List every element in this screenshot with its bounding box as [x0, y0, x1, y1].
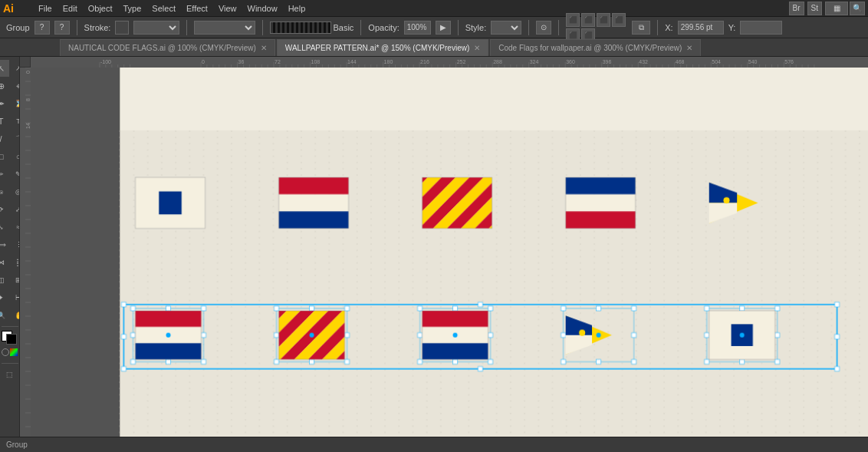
artboard-tool[interactable]: ⬚ — [2, 366, 18, 383]
menu-help[interactable]: Help — [284, 2, 311, 15]
menu-select[interactable]: Select — [147, 2, 180, 15]
transform-btn[interactable]: ⧉ — [632, 21, 650, 35]
eraser-tool[interactable]: ◎ — [10, 183, 20, 200]
tool-separator — [2, 326, 18, 327]
type-tool[interactable]: T — [0, 113, 9, 130]
eyedropper-tools: ✦ ⊢ — [0, 289, 20, 306]
top-ruler — [31, 57, 868, 68]
brush-tools: ✏ ✎ — [0, 166, 20, 183]
curvature-tool[interactable]: ⌛ — [10, 95, 20, 112]
rotate-tools: ⟳ ⤢ — [0, 201, 20, 218]
rect-tool[interactable]: □ — [0, 148, 9, 165]
menu-bar: Ai File Edit Object Type Select Effect V… — [0, 0, 868, 17]
y-input[interactable] — [740, 21, 782, 35]
pen-tools: ✒ ⌛ — [0, 95, 20, 112]
brush-style[interactable] — [194, 21, 255, 35]
separator8 — [657, 20, 658, 35]
paintbrush-tool[interactable]: ✏ — [0, 166, 9, 183]
pen-tool[interactable]: ✒ — [0, 95, 9, 112]
hand-tool[interactable]: ✋ — [10, 307, 20, 324]
tab-close-nautical[interactable]: ✕ — [261, 44, 267, 52]
direct-select-tool[interactable]: ↗ — [10, 60, 20, 77]
scale-tool[interactable]: ⤡ — [0, 219, 9, 236]
line-tool[interactable]: / — [0, 130, 9, 147]
width-tool[interactable]: ⟺ — [0, 236, 9, 253]
tool-separator2 — [2, 363, 18, 364]
stroke-color[interactable] — [115, 21, 129, 35]
workspace-switcher[interactable]: ▦ — [825, 2, 848, 15]
mesh-tool[interactable]: ⊞ — [10, 272, 20, 289]
status-bar: Group — [0, 437, 868, 452]
menu-file[interactable]: File — [34, 2, 57, 15]
separator7 — [558, 20, 559, 35]
document-tabs: NAUTICAL CODE FLAGS.ai @ 100% (CMYK/Prev… — [0, 38, 868, 57]
control-bar: Group ? ? Stroke: Basic Opacity: ▶ Style… — [0, 17, 868, 38]
tab-nautical[interactable]: NAUTICAL CODE FLAGS.ai @ 100% (CMYK/Prev… — [60, 39, 275, 56]
line-tools: / ⌒ — [0, 130, 20, 147]
x-input[interactable] — [678, 21, 724, 35]
opacity-arrow[interactable]: ▶ — [436, 21, 451, 35]
stroke-weight[interactable] — [133, 21, 179, 35]
group-options-btn[interactable]: ? — [54, 21, 70, 35]
artboard-area[interactable] — [31, 68, 868, 452]
basic-label: Basic — [333, 23, 353, 32]
stroke-label: Stroke: — [84, 23, 111, 32]
bridge-button[interactable]: Br — [789, 2, 804, 15]
menu-edit[interactable]: Edit — [58, 2, 82, 15]
align-btn2[interactable]: ⬛ — [581, 13, 595, 27]
opacity-input[interactable] — [404, 21, 431, 35]
align-btn3[interactable]: ⬛ — [597, 13, 610, 27]
none-color-btn[interactable] — [2, 348, 9, 356]
rotate-tool[interactable]: ⟳ — [0, 201, 9, 218]
tab-close-wallpaper[interactable]: ✕ — [474, 44, 480, 52]
status-group-label: Group — [6, 440, 28, 449]
magic-wand-tool[interactable]: ⊕ — [0, 78, 9, 94]
tab-close-codeflags[interactable]: ✕ — [686, 44, 692, 52]
selection-tool[interactable]: ↖ — [0, 60, 9, 77]
tab-wallpaper[interactable]: WALLPAPER PATTERN.ai* @ 150% (CMYK/Previ… — [277, 39, 488, 56]
lasso-tool[interactable]: ⌖ — [10, 78, 20, 94]
zoom-tools: 🔍 ✋ — [0, 307, 20, 324]
zoom-tool[interactable]: 🔍 — [0, 307, 9, 324]
color-boxes — [2, 331, 18, 346]
stroke-dash-pattern[interactable] — [270, 21, 331, 34]
menu-view[interactable]: View — [214, 2, 242, 15]
warp-tool[interactable]: ≈ — [10, 219, 20, 236]
main-area: ↖ ↗ ⊕ ⌖ ✒ ⌛ T T / ⌒ □ ○ ✏ ✎ ⍟ ◎ — [0, 57, 868, 452]
menu-effect[interactable]: Effect — [182, 2, 212, 15]
tab-codeflags[interactable]: Code Flags for wallpaper.ai @ 300% (CMYK… — [490, 39, 701, 56]
fill-color-box[interactable] — [6, 334, 17, 345]
shaper-tools: ⍟ ◎ — [0, 183, 20, 200]
reflect-tool[interactable]: ⤢ — [10, 201, 20, 218]
vtype-tool[interactable]: T — [10, 113, 20, 130]
pencil-tool[interactable]: ✎ — [10, 166, 20, 183]
menu-type[interactable]: Type — [119, 2, 146, 15]
measure-tool[interactable]: ⊢ — [10, 289, 20, 306]
gradient-tool[interactable]: ◫ — [0, 272, 9, 289]
blend-tool[interactable]: ⋈ — [0, 254, 9, 271]
selection-tools: ↖ ↗ — [0, 60, 20, 77]
ellipse-tool[interactable]: ○ — [10, 148, 20, 165]
app-logo: Ai — [3, 2, 26, 15]
align-btn4[interactable]: ⬛ — [612, 13, 626, 27]
style-select[interactable] — [491, 21, 521, 35]
separator6 — [528, 20, 529, 35]
recolor-btn[interactable]: ⊙ — [536, 21, 551, 35]
separator4 — [360, 20, 361, 35]
content-row — [20, 68, 868, 452]
eyedropper-tool[interactable]: ✦ — [0, 289, 9, 306]
menu-object[interactable]: Object — [84, 2, 117, 15]
gradient-color-btn[interactable] — [10, 348, 18, 356]
isolate-group-btn[interactable]: ? — [35, 21, 50, 35]
text-tools: T T — [0, 113, 20, 130]
column-tool[interactable]: ⣿ — [10, 254, 20, 271]
menu-window[interactable]: Window — [243, 2, 282, 15]
shaper-tool[interactable]: ⍟ — [0, 183, 9, 200]
arc-tool[interactable]: ⌒ — [10, 130, 20, 147]
puppet-tool[interactable]: ⋮ — [10, 236, 20, 253]
stock-button[interactable]: St — [807, 2, 822, 15]
ruler-corner — [20, 57, 31, 68]
magic-lasso-tools: ⊕ ⌖ — [0, 78, 20, 94]
search-button[interactable]: 🔍 — [850, 2, 865, 15]
align-btn1[interactable]: ⬛ — [566, 13, 580, 27]
